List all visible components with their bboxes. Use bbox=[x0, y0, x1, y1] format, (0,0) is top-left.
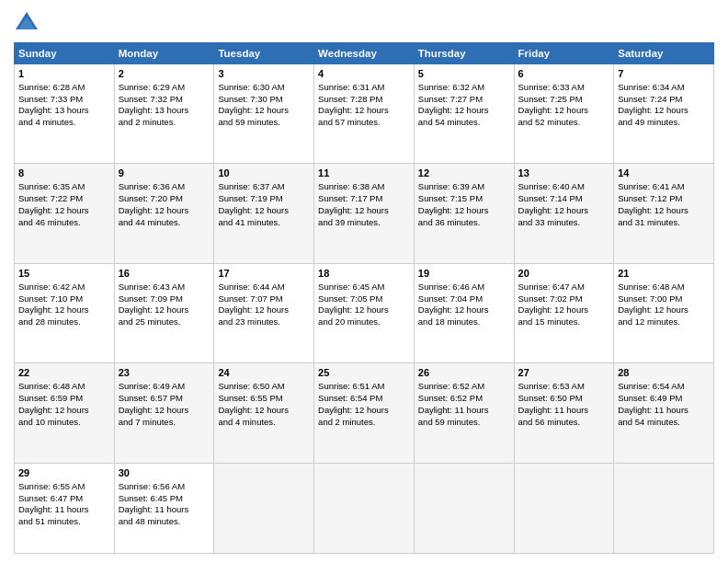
page: SundayMondayTuesdayWednesdayThursdayFrid… bbox=[0, 0, 728, 563]
day-number: 6 bbox=[518, 67, 610, 81]
cell-line: and 39 minutes. bbox=[318, 217, 410, 229]
day-number: 21 bbox=[618, 267, 710, 281]
cell-line: and 25 minutes. bbox=[119, 316, 210, 328]
cell-line: Sunrise: 6:52 AM bbox=[418, 381, 510, 393]
cell-line: and 31 minutes. bbox=[618, 217, 710, 229]
calendar-cell: 8Sunrise: 6:35 AMSunset: 7:22 PMDaylight… bbox=[15, 164, 115, 263]
cell-line: Sunset: 7:22 PM bbox=[18, 193, 110, 205]
calendar-cell: 13Sunrise: 6:40 AMSunset: 7:14 PMDayligh… bbox=[514, 164, 614, 263]
cell-line: Daylight: 11 hours bbox=[18, 504, 110, 516]
cell-line: Sunrise: 6:31 AM bbox=[318, 82, 410, 94]
day-number: 26 bbox=[418, 366, 510, 380]
calendar-cell: 10Sunrise: 6:37 AMSunset: 7:19 PMDayligh… bbox=[214, 164, 314, 263]
header bbox=[14, 9, 714, 35]
day-number: 27 bbox=[518, 366, 610, 380]
cell-line: Daylight: 11 hours bbox=[518, 405, 610, 417]
cell-line: Daylight: 12 hours bbox=[318, 205, 410, 217]
day-number: 28 bbox=[618, 366, 710, 380]
cell-line: Daylight: 12 hours bbox=[318, 405, 410, 417]
calendar-cell: 14Sunrise: 6:41 AMSunset: 7:12 PMDayligh… bbox=[614, 164, 714, 263]
day-number: 16 bbox=[119, 267, 210, 281]
day-number: 1 bbox=[18, 67, 110, 81]
cell-line: Daylight: 12 hours bbox=[119, 405, 210, 417]
cell-line: Sunset: 7:27 PM bbox=[418, 94, 510, 106]
calendar-cell: 11Sunrise: 6:38 AMSunset: 7:17 PMDayligh… bbox=[314, 164, 415, 263]
col-header-thursday: Thursday bbox=[414, 43, 514, 64]
calendar-cell: 7Sunrise: 6:34 AMSunset: 7:24 PMDaylight… bbox=[614, 64, 714, 164]
cell-line: Daylight: 12 hours bbox=[218, 304, 310, 316]
cell-line: and 46 minutes. bbox=[18, 217, 110, 229]
cell-line: Daylight: 12 hours bbox=[318, 304, 410, 316]
cell-line: Sunset: 6:47 PM bbox=[18, 493, 110, 505]
calendar-cell: 1Sunrise: 6:28 AMSunset: 7:33 PMDaylight… bbox=[15, 64, 115, 164]
cell-line: and 2 minutes. bbox=[318, 417, 410, 429]
day-number: 5 bbox=[418, 67, 510, 81]
cell-line: and 49 minutes. bbox=[618, 117, 710, 129]
cell-line: and 48 minutes. bbox=[119, 516, 210, 528]
cell-line: Sunset: 7:32 PM bbox=[119, 94, 210, 106]
day-number: 12 bbox=[418, 167, 510, 180]
cell-line: Sunrise: 6:39 AM bbox=[418, 181, 510, 193]
cell-line: Sunrise: 6:37 AM bbox=[218, 181, 310, 193]
calendar-cell: 17Sunrise: 6:44 AMSunset: 7:07 PMDayligh… bbox=[214, 263, 314, 362]
calendar-cell: 15Sunrise: 6:42 AMSunset: 7:10 PMDayligh… bbox=[15, 263, 115, 362]
cell-line: Sunset: 7:14 PM bbox=[518, 193, 610, 205]
cell-line: Sunset: 6:55 PM bbox=[218, 393, 310, 405]
cell-line: Sunrise: 6:32 AM bbox=[418, 82, 510, 94]
cell-line: and 12 minutes. bbox=[618, 316, 710, 328]
day-number: 15 bbox=[18, 267, 110, 281]
cell-line: Daylight: 12 hours bbox=[18, 304, 110, 316]
calendar-cell: 9Sunrise: 6:36 AMSunset: 7:20 PMDaylight… bbox=[114, 164, 214, 263]
cell-line: Daylight: 12 hours bbox=[18, 205, 110, 217]
cell-line: Sunrise: 6:43 AM bbox=[119, 282, 210, 293]
calendar-cell bbox=[614, 463, 714, 553]
cell-line: Daylight: 12 hours bbox=[418, 304, 510, 316]
cell-line: Sunrise: 6:34 AM bbox=[618, 82, 710, 94]
cell-line: Sunrise: 6:38 AM bbox=[318, 181, 410, 193]
calendar-cell: 20Sunrise: 6:47 AMSunset: 7:02 PMDayligh… bbox=[514, 263, 614, 362]
cell-line: Sunrise: 6:46 AM bbox=[418, 282, 510, 293]
calendar-cell bbox=[214, 463, 314, 553]
cell-line: and 54 minutes. bbox=[618, 417, 710, 429]
cell-line: Sunrise: 6:48 AM bbox=[618, 282, 710, 293]
cell-line: Daylight: 12 hours bbox=[318, 105, 410, 117]
cell-line: and 4 minutes. bbox=[218, 417, 310, 429]
cell-line: Sunrise: 6:47 AM bbox=[518, 282, 610, 293]
calendar-cell bbox=[414, 463, 514, 553]
calendar-cell: 3Sunrise: 6:30 AMSunset: 7:30 PMDaylight… bbox=[214, 64, 314, 164]
cell-line: Sunset: 7:10 PM bbox=[18, 293, 110, 305]
cell-line: Sunrise: 6:55 AM bbox=[18, 481, 110, 493]
cell-line: Sunrise: 6:41 AM bbox=[618, 181, 710, 193]
cell-line: Sunset: 6:52 PM bbox=[418, 393, 510, 405]
calendar-cell: 24Sunrise: 6:50 AMSunset: 6:55 PMDayligh… bbox=[214, 363, 314, 463]
calendar-cell: 29Sunrise: 6:55 AMSunset: 6:47 PMDayligh… bbox=[15, 463, 115, 553]
calendar-cell bbox=[514, 463, 614, 553]
calendar-table: SundayMondayTuesdayWednesdayThursdayFrid… bbox=[14, 42, 714, 554]
cell-line: and 51 minutes. bbox=[18, 516, 110, 528]
cell-line: Sunset: 7:17 PM bbox=[318, 193, 410, 205]
cell-line: Daylight: 11 hours bbox=[418, 405, 510, 417]
calendar-cell: 30Sunrise: 6:56 AMSunset: 6:45 PMDayligh… bbox=[114, 463, 214, 553]
cell-line: and 54 minutes. bbox=[418, 117, 510, 129]
calendar-cell: 26Sunrise: 6:52 AMSunset: 6:52 PMDayligh… bbox=[414, 363, 514, 463]
day-number: 8 bbox=[18, 167, 110, 180]
calendar-cell: 2Sunrise: 6:29 AMSunset: 7:32 PMDaylight… bbox=[114, 64, 214, 164]
calendar-cell: 16Sunrise: 6:43 AMSunset: 7:09 PMDayligh… bbox=[114, 263, 214, 362]
day-number: 10 bbox=[218, 167, 310, 180]
cell-line: Sunrise: 6:49 AM bbox=[119, 381, 210, 393]
cell-line: Daylight: 12 hours bbox=[618, 304, 710, 316]
cell-line: Sunset: 6:54 PM bbox=[318, 393, 410, 405]
cell-line: Sunset: 6:59 PM bbox=[18, 393, 110, 405]
day-number: 9 bbox=[119, 167, 210, 180]
cell-line: Sunrise: 6:29 AM bbox=[119, 82, 210, 94]
cell-line: Sunrise: 6:28 AM bbox=[18, 82, 110, 94]
col-header-sunday: Sunday bbox=[15, 43, 115, 64]
cell-line: Sunset: 7:04 PM bbox=[418, 293, 510, 305]
cell-line: and 28 minutes. bbox=[18, 316, 110, 328]
day-number: 24 bbox=[218, 366, 310, 380]
cell-line: and 59 minutes. bbox=[418, 417, 510, 429]
calendar-cell: 5Sunrise: 6:32 AMSunset: 7:27 PMDaylight… bbox=[414, 64, 514, 164]
cell-line: Daylight: 12 hours bbox=[218, 405, 310, 417]
cell-line: Daylight: 12 hours bbox=[618, 205, 710, 217]
cell-line: Sunrise: 6:54 AM bbox=[618, 381, 710, 393]
